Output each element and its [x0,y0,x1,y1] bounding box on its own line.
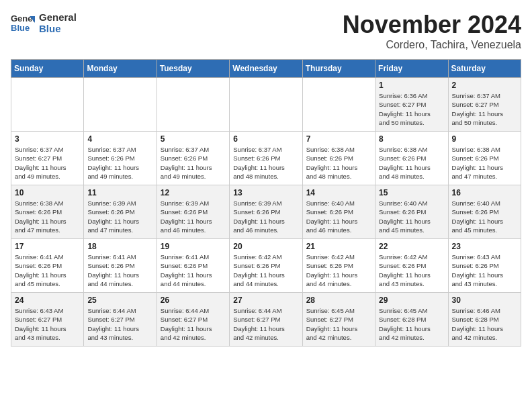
day-number: 11 [87,188,152,197]
day-info: Sunrise: 6:42 AM Sunset: 6:26 PM Dayligh… [379,253,444,288]
day-info: Sunrise: 6:39 AM Sunset: 6:26 PM Dayligh… [161,199,226,234]
calendar-cell [84,78,157,132]
calendar-cell: 29Sunrise: 6:45 AM Sunset: 6:28 PM Dayli… [375,293,448,347]
day-info: Sunrise: 6:39 AM Sunset: 6:26 PM Dayligh… [233,199,298,234]
calendar-cell: 19Sunrise: 6:41 AM Sunset: 6:26 PM Dayli… [157,239,229,293]
calendar-cell: 7Sunrise: 6:38 AM Sunset: 6:26 PM Daylig… [302,132,375,185]
day-info: Sunrise: 6:38 AM Sunset: 6:26 PM Dayligh… [306,145,371,181]
day-info: Sunrise: 6:46 AM Sunset: 6:28 PM Dayligh… [452,306,517,342]
day-info: Sunrise: 6:40 AM Sunset: 6:26 PM Dayligh… [306,199,371,234]
header-monday: Monday [84,60,157,78]
day-info: Sunrise: 6:39 AM Sunset: 6:26 PM Dayligh… [87,199,152,234]
calendar-cell: 4Sunrise: 6:37 AM Sunset: 6:26 PM Daylig… [84,132,157,185]
calendar-cell: 30Sunrise: 6:46 AM Sunset: 6:28 PM Dayli… [448,293,521,347]
day-number: 10 [15,188,80,197]
header-tuesday: Tuesday [157,60,229,78]
day-number: 17 [15,242,80,251]
calendar-cell [230,78,302,132]
day-info: Sunrise: 6:37 AM Sunset: 6:26 PM Dayligh… [233,145,298,181]
day-info: Sunrise: 6:44 AM Sunset: 6:27 PM Dayligh… [161,306,226,342]
calendar-cell: 12Sunrise: 6:39 AM Sunset: 6:26 PM Dayli… [157,185,229,239]
day-number: 27 [233,295,298,305]
day-number: 21 [306,242,371,251]
calendar-cell: 15Sunrise: 6:40 AM Sunset: 6:26 PM Dayli… [375,185,448,239]
location-subtitle: Cordero, Tachira, Venezuela [343,39,521,51]
day-number: 13 [233,188,298,197]
day-info: Sunrise: 6:37 AM Sunset: 6:26 PM Dayligh… [161,145,226,181]
week-row-5: 24Sunrise: 6:43 AM Sunset: 6:27 PM Dayli… [11,293,521,347]
calendar-cell: 3Sunrise: 6:37 AM Sunset: 6:27 PM Daylig… [11,132,84,185]
logo-general: General [39,11,77,23]
day-number: 26 [161,295,226,305]
day-info: Sunrise: 6:41 AM Sunset: 6:26 PM Dayligh… [87,253,152,288]
month-title: November 2024 [343,11,521,39]
day-number: 8 [379,134,444,144]
title-block: November 2024 Cordero, Tachira, Venezuel… [343,11,521,51]
page-header: General Blue General Blue November 2024 … [11,11,521,51]
day-info: Sunrise: 6:36 AM Sunset: 6:27 PM Dayligh… [379,91,444,127]
calendar-cell: 26Sunrise: 6:44 AM Sunset: 6:27 PM Dayli… [157,293,229,347]
day-number: 30 [452,295,517,305]
day-number: 28 [306,295,371,305]
day-number: 7 [306,134,371,144]
day-number: 25 [87,295,152,305]
calendar-cell: 25Sunrise: 6:44 AM Sunset: 6:27 PM Dayli… [84,293,157,347]
calendar-cell: 10Sunrise: 6:38 AM Sunset: 6:26 PM Dayli… [11,185,84,239]
day-info: Sunrise: 6:43 AM Sunset: 6:26 PM Dayligh… [452,253,517,288]
calendar-cell [11,78,84,132]
svg-text:Blue: Blue [11,23,30,33]
day-number: 1 [379,81,444,90]
day-number: 22 [379,242,444,251]
calendar-cell: 13Sunrise: 6:39 AM Sunset: 6:26 PM Dayli… [230,185,302,239]
day-info: Sunrise: 6:40 AM Sunset: 6:26 PM Dayligh… [379,199,444,234]
day-number: 2 [452,81,517,90]
calendar-cell: 8Sunrise: 6:38 AM Sunset: 6:26 PM Daylig… [375,132,448,185]
calendar-cell: 6Sunrise: 6:37 AM Sunset: 6:26 PM Daylig… [230,132,302,185]
logo: General Blue General Blue [11,11,77,35]
day-info: Sunrise: 6:45 AM Sunset: 6:27 PM Dayligh… [306,306,371,342]
day-number: 3 [15,134,80,144]
calendar-cell: 11Sunrise: 6:39 AM Sunset: 6:26 PM Dayli… [84,185,157,239]
calendar-cell: 2Sunrise: 6:37 AM Sunset: 6:27 PM Daylig… [448,78,521,132]
day-info: Sunrise: 6:42 AM Sunset: 6:26 PM Dayligh… [233,253,298,288]
day-number: 6 [233,134,298,144]
calendar-cell: 28Sunrise: 6:45 AM Sunset: 6:27 PM Dayli… [302,293,375,347]
week-row-3: 10Sunrise: 6:38 AM Sunset: 6:26 PM Dayli… [11,185,521,239]
day-number: 5 [161,134,226,144]
day-info: Sunrise: 6:45 AM Sunset: 6:28 PM Dayligh… [379,306,444,342]
day-info: Sunrise: 6:37 AM Sunset: 6:27 PM Dayligh… [452,91,517,127]
calendar-cell: 1Sunrise: 6:36 AM Sunset: 6:27 PM Daylig… [375,78,448,132]
calendar-cell: 22Sunrise: 6:42 AM Sunset: 6:26 PM Dayli… [375,239,448,293]
calendar-cell [157,78,229,132]
day-info: Sunrise: 6:38 AM Sunset: 6:26 PM Dayligh… [15,199,80,234]
logo-blue: Blue [39,23,77,34]
day-info: Sunrise: 6:44 AM Sunset: 6:27 PM Dayligh… [233,306,298,342]
svg-text:General: General [11,13,35,24]
day-info: Sunrise: 6:37 AM Sunset: 6:27 PM Dayligh… [15,145,80,181]
day-number: 12 [161,188,226,197]
calendar-cell: 23Sunrise: 6:43 AM Sunset: 6:26 PM Dayli… [448,239,521,293]
header-wednesday: Wednesday [230,60,302,78]
day-number: 18 [87,242,152,251]
day-number: 4 [87,134,152,144]
logo-icon: General Blue [11,11,35,35]
day-info: Sunrise: 6:37 AM Sunset: 6:26 PM Dayligh… [87,145,152,181]
calendar-cell: 24Sunrise: 6:43 AM Sunset: 6:27 PM Dayli… [11,293,84,347]
header-saturday: Saturday [448,60,521,78]
day-number: 16 [452,188,517,197]
day-info: Sunrise: 6:44 AM Sunset: 6:27 PM Dayligh… [87,306,152,342]
calendar-cell: 17Sunrise: 6:41 AM Sunset: 6:26 PM Dayli… [11,239,84,293]
week-row-4: 17Sunrise: 6:41 AM Sunset: 6:26 PM Dayli… [11,239,521,293]
day-number: 20 [233,242,298,251]
day-number: 24 [15,295,80,305]
calendar-cell: 16Sunrise: 6:40 AM Sunset: 6:26 PM Dayli… [448,185,521,239]
calendar-table: SundayMondayTuesdayWednesdayThursdayFrid… [11,59,521,347]
calendar-cell: 9Sunrise: 6:38 AM Sunset: 6:26 PM Daylig… [448,132,521,185]
calendar-cell: 20Sunrise: 6:42 AM Sunset: 6:26 PM Dayli… [230,239,302,293]
day-info: Sunrise: 6:41 AM Sunset: 6:26 PM Dayligh… [161,253,226,288]
day-info: Sunrise: 6:38 AM Sunset: 6:26 PM Dayligh… [379,145,444,181]
calendar-cell: 27Sunrise: 6:44 AM Sunset: 6:27 PM Dayli… [230,293,302,347]
day-number: 9 [452,134,517,144]
header-sunday: Sunday [11,60,84,78]
day-info: Sunrise: 6:41 AM Sunset: 6:26 PM Dayligh… [15,253,80,288]
